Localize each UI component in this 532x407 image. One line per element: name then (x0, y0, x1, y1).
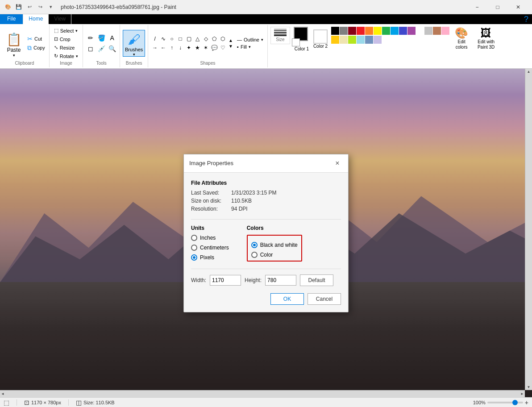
shape-arrow-right[interactable]: → (151, 44, 159, 52)
shape-arrow-down[interactable]: ↓ (176, 44, 184, 52)
default-button[interactable]: Default (300, 274, 333, 286)
magnifier-tool[interactable]: 🔍 (107, 44, 117, 54)
edit-paint3d-button[interactable]: 🖼 Edit with Paint 3D (474, 27, 499, 50)
shape-triangle[interactable]: △ (193, 35, 201, 43)
palette-color-row1-3[interactable] (357, 27, 365, 35)
fill-tool[interactable]: 🪣 (96, 33, 106, 43)
units-centimeters-radio[interactable] (191, 245, 197, 251)
units-pixels-radio[interactable] (191, 254, 197, 261)
shape-pentagon[interactable]: ⬠ (210, 35, 218, 43)
shape-arrow-up[interactable]: ↑ (168, 44, 176, 52)
palette-color-row2-6[interactable] (382, 36, 390, 44)
palette-color-row2-3[interactable] (357, 36, 365, 44)
shape-oval[interactable]: ○ (168, 35, 176, 43)
cut-button[interactable]: ✂ Cut (26, 35, 46, 43)
shape-star6[interactable]: ✶ (202, 44, 210, 52)
zoom-thumb[interactable] (512, 400, 518, 405)
units-centimeters-option[interactable]: Centimeters (191, 245, 229, 251)
redo-quick-btn[interactable]: ↪ (36, 3, 45, 12)
palette-color-row2-5[interactable] (374, 36, 382, 44)
tab-file[interactable]: File (0, 14, 23, 24)
units-inches-radio[interactable] (191, 235, 197, 241)
palette-color-row2-11[interactable] (424, 36, 432, 44)
shape-arrow-left[interactable]: ← (159, 44, 167, 52)
color1-button[interactable] (292, 27, 312, 46)
edit-colors-button[interactable]: 🎨 Edit colors (451, 27, 472, 50)
palette-color-row1-9[interactable] (407, 27, 416, 35)
palette-color-row1-12[interactable] (433, 27, 441, 35)
palette-color-row1-1[interactable] (340, 27, 348, 35)
palette-color-row2-7[interactable] (391, 36, 399, 44)
shape-star4[interactable]: ✦ (185, 44, 193, 52)
palette-color-row2-8[interactable] (399, 36, 407, 44)
shape-heart[interactable]: ♡ (219, 44, 227, 52)
color2-button[interactable] (313, 29, 328, 44)
palette-color-row2-2[interactable] (348, 36, 356, 44)
shape-star5[interactable]: ★ (193, 44, 201, 52)
palette-color-row1-11[interactable] (424, 27, 432, 35)
palette-color-row1-0[interactable] (331, 27, 339, 35)
tab-home[interactable]: Home (23, 14, 49, 24)
shape-curve[interactable]: ∿ (159, 35, 167, 43)
palette-color-row1-10[interactable] (416, 27, 424, 35)
dropdown-quick-btn[interactable]: ▾ (46, 3, 55, 12)
palette-color-row1-13[interactable] (441, 27, 449, 35)
palette-color-row1-6[interactable] (382, 27, 390, 35)
dialog-close-button[interactable]: × (332, 158, 343, 169)
palette-color-row2-0[interactable] (331, 36, 339, 44)
height-input[interactable] (265, 275, 296, 286)
shapes-down-arrow[interactable]: ▼ (229, 44, 233, 49)
palette-color-row1-4[interactable] (365, 27, 373, 35)
palette-color-row1-7[interactable] (391, 27, 399, 35)
palette-color-row1-8[interactable] (399, 27, 407, 35)
ok-button[interactable]: OK (270, 293, 304, 305)
shape-hexagon[interactable]: ⬡ (219, 35, 227, 43)
minimize-btn[interactable]: − (467, 0, 487, 14)
shape-line[interactable]: / (151, 35, 159, 43)
pencil-tool[interactable]: ✏ (86, 33, 96, 43)
cancel-button[interactable]: Cancel (308, 293, 341, 305)
copy-button[interactable]: ⧉ Copy (26, 44, 46, 52)
rotate-button[interactable]: ↻ Rotate ▾ (52, 52, 80, 60)
shape-diamond[interactable]: ◇ (202, 35, 210, 43)
save-quick-btn[interactable]: 💾 (14, 3, 23, 12)
palette-color-row2-9[interactable] (407, 36, 416, 44)
colors-bw-option[interactable]: Black and white (251, 242, 298, 248)
colors-bw-radio[interactable] (251, 242, 258, 248)
width-input[interactable] (210, 275, 241, 286)
palette-color-row1-5[interactable] (374, 27, 382, 35)
select-button[interactable]: ⬚ Select ▾ (52, 27, 80, 34)
shapes-up-arrow[interactable]: ▲ (229, 38, 233, 43)
size-button[interactable]: Size (270, 27, 290, 44)
units-pixels-option[interactable]: Pixels (191, 254, 229, 261)
zoom-in-btn[interactable]: + (525, 399, 528, 406)
brushes-button[interactable]: 🖌 Brushes ▾ (123, 30, 145, 57)
palette-color-row2-10[interactable] (416, 36, 424, 44)
palette-color-row1-2[interactable] (348, 27, 356, 35)
colors-color-radio[interactable] (251, 252, 258, 258)
undo-quick-btn[interactable]: ↩ (25, 3, 34, 12)
outline-button[interactable]: ― Outline ▾ (236, 37, 265, 43)
shape-rounded-rect[interactable]: ▢ (185, 35, 193, 43)
help-btn[interactable]: ? (71, 14, 532, 24)
shape-callout1[interactable]: 💬 (210, 44, 218, 52)
crop-button[interactable]: ⊡ Crop (52, 35, 80, 43)
status-sep-1 (17, 399, 17, 406)
fill-option-button[interactable]: ▪ Fill ▾ (236, 44, 265, 50)
palette-color-row2-13[interactable] (441, 36, 449, 44)
zoom-slider[interactable] (487, 402, 523, 403)
eraser-tool[interactable]: ◻ (86, 44, 96, 54)
palette-color-row2-4[interactable] (365, 36, 373, 44)
resize-button[interactable]: ⤡ Resize (52, 44, 80, 51)
shape-rect[interactable]: □ (176, 35, 184, 43)
text-tool[interactable]: A (107, 33, 117, 43)
colorpicker-tool[interactable]: 💉 (96, 44, 106, 54)
palette-color-row2-1[interactable] (340, 36, 348, 44)
paste-button[interactable]: 📋 Paste ▾ (3, 30, 25, 57)
units-inches-option[interactable]: Inches (191, 235, 229, 241)
tab-view[interactable]: View (49, 14, 71, 24)
colors-color-option[interactable]: Color (251, 252, 298, 258)
close-btn[interactable]: ✕ (508, 0, 528, 14)
palette-color-row2-12[interactable] (433, 36, 441, 44)
maximize-btn[interactable]: □ (487, 0, 508, 14)
